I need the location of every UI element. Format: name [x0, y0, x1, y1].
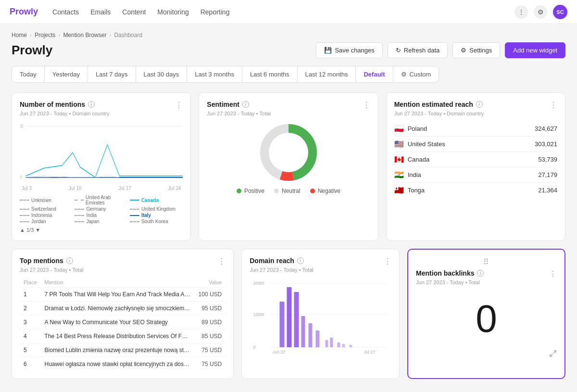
top-mentions-info-icon[interactable]: i: [66, 257, 73, 264]
negative-dot: [310, 189, 315, 193]
widget-domain-reach: Domain reach i ⋮ Jun 27 2023 - Today • T…: [241, 249, 400, 379]
mention-text-5[interactable]: Huawei ogłasza nowe stawki opłat licency…: [41, 357, 195, 371]
settings-button[interactable]: ⚙ Settings: [452, 42, 500, 58]
tab-last3months[interactable]: Last 3 months: [187, 66, 242, 82]
top-mentions-subtitle: Jun 27 2023 - Today • Total: [20, 267, 226, 273]
legend-india: India: [75, 213, 127, 218]
mention-text-3[interactable]: The 14 Best Press Release Distribution S…: [41, 329, 195, 343]
tab-last7[interactable]: Last 7 days: [88, 66, 136, 82]
legend-italy-line: [130, 215, 139, 216]
tab-yesterday[interactable]: Yesterday: [45, 66, 88, 82]
avatar[interactable]: SC: [553, 5, 567, 19]
legend-positive: Positive: [237, 188, 264, 194]
tab-last6months[interactable]: Last 6 months: [242, 66, 298, 82]
svg-rect-14: [287, 287, 292, 347]
mentions-info-icon[interactable]: i: [88, 101, 95, 108]
nav-monitoring[interactable]: Monitoring: [157, 8, 188, 16]
mentions-legend: Unknown United Arab Emirates Canada Swit…: [20, 195, 183, 224]
mentions-subtitle: Jun 27 2023 - Today • Domain country: [20, 111, 183, 116]
legend-uk-line: [130, 209, 139, 210]
legend-germany-line: [75, 209, 84, 210]
breadcrumb-mention-browser[interactable]: Mention Browser: [63, 32, 106, 38]
domain-reach-subtitle: Jun 27 2023 - Today • Total: [250, 267, 391, 273]
svg-text:0: 0: [253, 345, 256, 350]
svg-text:200M: 200M: [253, 281, 264, 286]
col-mention: Mention: [41, 278, 195, 288]
nav-content[interactable]: Content: [122, 8, 146, 16]
reach-row-4: 🇹🇴 Tonga 21,364: [394, 183, 557, 198]
mentions-menu-icon[interactable]: ⋮: [175, 101, 183, 110]
mention-text-4[interactable]: Biomed Lublin zmienia nazwę oraz prezent…: [41, 343, 195, 357]
sentiment-info-icon[interactable]: i: [242, 101, 249, 108]
reach-info-icon[interactable]: i: [476, 101, 483, 108]
prev-page-icon[interactable]: ▲: [20, 227, 25, 233]
save-button[interactable]: 💾 Save changes: [316, 42, 382, 58]
page-title: Prowly: [12, 43, 52, 58]
backlinks-info-icon[interactable]: i: [477, 270, 484, 277]
widget-domain-reach-title: Domain reach i: [250, 257, 304, 265]
top-mentions-menu-icon[interactable]: ⋮: [218, 257, 226, 266]
mention-text-2[interactable]: A New Way to Communicate Your SEO Strate…: [41, 316, 195, 329]
settings-icon[interactable]: ⚙: [534, 5, 547, 19]
page-header: Prowly 💾 Save changes ↻ Refresh data ⚙ S…: [12, 42, 565, 58]
legend-canada-line: [130, 200, 139, 201]
domain-reach-info-icon[interactable]: i: [297, 257, 304, 264]
breadcrumb-projects[interactable]: Projects: [35, 32, 55, 38]
mention-text-1[interactable]: Dramat w Łodzi. Niemowlę zachłysnęło się…: [41, 302, 195, 316]
widget-sentiment-header: Sentiment i ⋮: [207, 101, 370, 110]
table-row: 2 Dramat w Łodzi. Niemowlę zachłysnęło s…: [20, 302, 226, 316]
dashboard-row-2: Top mentions i ⋮ Jun 27 2023 - Today • T…: [12, 249, 565, 379]
sep3: ›: [109, 32, 111, 38]
svg-rect-22: [342, 344, 345, 347]
tab-custom[interactable]: ⚙ Custom: [393, 66, 439, 82]
date-tabs: Today Yesterday Last 7 days Last 30 days…: [12, 66, 439, 83]
domain-reach-menu-icon[interactable]: ⋮: [384, 257, 391, 266]
table-row: 4 The 14 Best Press Release Distribution…: [20, 329, 226, 343]
backlinks-menu-icon[interactable]: ⋮: [549, 269, 557, 278]
add-widget-button[interactable]: Add new widget: [505, 42, 565, 58]
mention-text-0[interactable]: 7 PR Tools That Will Help You Earn And T…: [41, 288, 195, 302]
reach-value-2: 53,739: [538, 156, 557, 163]
legend-uk: United Kingdom: [130, 206, 183, 212]
tab-default[interactable]: Default: [356, 66, 393, 82]
sentiment-donut-container: [207, 121, 370, 184]
more-icon[interactable]: ⋮: [514, 5, 528, 19]
breadcrumb-home[interactable]: Home: [12, 32, 27, 38]
legend-japan: Japan: [75, 219, 127, 224]
legend-switzerland-line: [20, 209, 29, 210]
nav-emails[interactable]: Emails: [90, 8, 111, 16]
expand-icon[interactable]: [416, 350, 557, 357]
reach-row-2: 🇨🇦 Canada 53,739: [394, 152, 557, 167]
widget-top-mentions: Top mentions i ⋮ Jun 27 2023 - Today • T…: [12, 249, 234, 379]
next-page-icon[interactable]: ▼: [35, 227, 40, 233]
widget-estimated-reach: Mention estimated reach i ⋮ Jun 27 2023 …: [386, 92, 565, 241]
custom-icon: ⚙: [401, 71, 407, 78]
main-nav: Contacts Emails Content Monitoring Repor…: [52, 8, 514, 16]
reach-value-1: 303,021: [535, 140, 557, 148]
svg-rect-18: [316, 330, 320, 347]
tab-today[interactable]: Today: [12, 66, 45, 82]
sentiment-menu-icon[interactable]: ⋮: [363, 101, 370, 110]
widget-reach-header: Mention estimated reach i ⋮: [394, 101, 557, 110]
legend-canada: Canada: [130, 195, 183, 205]
flag-poland: 🇵🇱: [394, 124, 404, 133]
logo[interactable]: Prowly: [10, 7, 38, 17]
legend-india-line: [75, 215, 84, 216]
flag-india: 🇮🇳: [394, 170, 404, 179]
reach-value-0: 324,627: [535, 125, 557, 132]
widget-top-mentions-header: Top mentions i ⋮: [20, 257, 226, 266]
refresh-button[interactable]: ↻ Refresh data: [388, 42, 448, 58]
drag-handle-icon[interactable]: ⠿: [483, 257, 490, 266]
widget-backlinks-title-row: Mention backlinks i ⋮: [416, 269, 557, 278]
dashboard-row-1: Number of mentions i ⋮ Jun 27 2023 - Tod…: [12, 92, 565, 241]
table-row: 5 Biomed Lublin zmienia nazwę oraz preze…: [20, 343, 226, 357]
nav-contacts[interactable]: Contacts: [52, 8, 79, 16]
flag-us: 🇺🇸: [394, 139, 404, 149]
svg-text:0: 0: [20, 175, 22, 180]
nav-reporting[interactable]: Reporting: [201, 8, 230, 16]
reach-menu-icon[interactable]: ⋮: [550, 101, 557, 110]
tab-last30[interactable]: Last 30 days: [136, 66, 188, 82]
tab-last12months[interactable]: Last 12 months: [298, 66, 356, 82]
legend-jordan: Jordan: [20, 219, 73, 224]
sep2: ›: [58, 32, 60, 38]
